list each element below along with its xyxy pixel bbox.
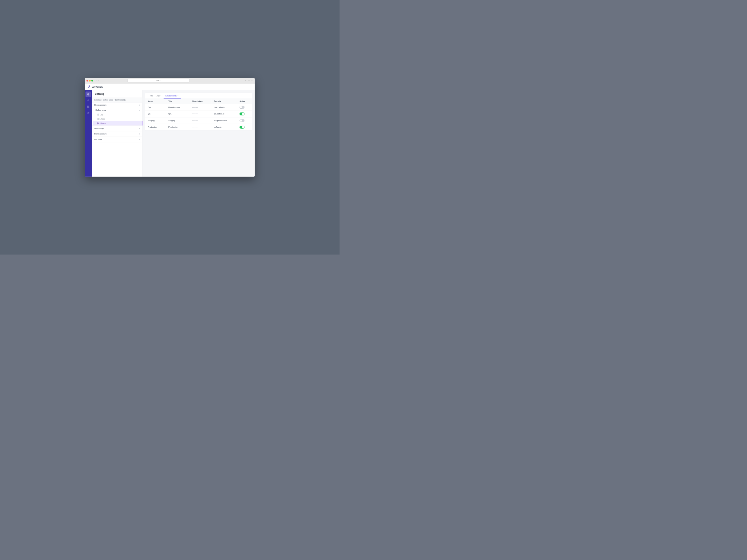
svg-rect-16 [97, 123, 98, 123]
toggle-dev[interactable] [239, 106, 244, 109]
tab-api-close[interactable]: × [160, 94, 162, 96]
sidebar-section-pet-store: Pet store ∧ [92, 137, 143, 142]
sidebar-item-api[interactable]: Api [93, 112, 143, 117]
toggle-knob [242, 113, 244, 115]
cell-domain: dev.coffee.io [212, 104, 237, 111]
cell-description: •••••• [190, 124, 212, 130]
svg-point-5 [88, 94, 89, 95]
pet-store-header[interactable]: Pet store ∧ [92, 137, 143, 142]
store-account-label: Store account [94, 133, 106, 135]
svg-rect-14 [97, 119, 98, 120]
cell-name: Dev [145, 104, 166, 111]
sidebar-section-store-account: Store account ∧ [92, 131, 143, 137]
col-description: Description [190, 98, 212, 104]
tab-api-label: Api [157, 94, 160, 97]
svg-line-2 [89, 86, 90, 88]
events-label: Events [101, 122, 106, 124]
col-name: Name [145, 98, 166, 104]
cell-active [237, 104, 252, 111]
book-shop-label: Book shop [94, 127, 104, 129]
table-row: Qa QA •••••• qa.coffee.io [145, 110, 252, 117]
minimize-button[interactable] [89, 80, 91, 82]
cell-title: Staging [166, 117, 190, 124]
reload-icon: ↻ [160, 79, 161, 82]
svg-rect-6 [87, 106, 88, 106]
toggle-production[interactable] [239, 126, 244, 128]
toggle-staging[interactable] [239, 119, 244, 122]
breadcrumb-catalog[interactable]: Catalog [94, 99, 101, 101]
cell-name: Qa [145, 110, 166, 117]
cell-name: Staging [145, 117, 166, 124]
right-content: Info Api × Enviroments × [143, 90, 255, 177]
api-label: Api [101, 113, 103, 115]
logo: APIGALE [87, 85, 103, 89]
topbar: APIGALE [85, 84, 255, 90]
logo-icon [87, 85, 91, 89]
coffee-shop-chevron: ∧ [139, 109, 140, 111]
grid-small-icon [97, 118, 99, 120]
environments-table: Name Title Description Domain Active Dev… [145, 98, 252, 130]
share-button[interactable]: □ [248, 79, 250, 82]
toggle-knob [242, 126, 244, 128]
store-account-header[interactable]: Store account ∧ [92, 131, 143, 137]
coffee-shop-subsection: Coffee shop ∧ Api [92, 108, 143, 125]
cell-domain: qa.coffee.io [212, 110, 237, 117]
breadcrumb-sep1: / [102, 99, 102, 101]
sidebar-icon-gear[interactable] [86, 110, 91, 115]
tabs: Info Api × Enviroments × [145, 93, 252, 98]
sidebar-icon-catalog[interactable] [86, 91, 91, 97]
cell-title: QA [166, 110, 190, 117]
tab-enviroments[interactable]: Enviroments × [164, 93, 181, 98]
book-shop-header[interactable]: Book shop ∧ [92, 126, 143, 131]
cell-active [237, 124, 252, 130]
shop-account-header[interactable]: Shop account ∧ [92, 102, 143, 108]
sidebar-icon-star[interactable] [86, 97, 91, 103]
cell-description: •••••• [190, 110, 212, 117]
svg-rect-18 [97, 123, 98, 123]
cell-title: Development [166, 104, 190, 111]
sidebar-item-events[interactable]: Events [93, 121, 143, 126]
tab-info[interactable]: Info [148, 93, 155, 98]
cell-description: •••••• [190, 104, 212, 111]
layout-body: Catalog Catalog / Coffee shop / Envirome… [85, 90, 255, 177]
address-bar[interactable]: Title ↻ [127, 79, 189, 82]
cell-active [237, 110, 252, 117]
svg-rect-15 [98, 119, 99, 120]
forward-button[interactable]: › [97, 79, 99, 82]
download-button[interactable]: ⬇ [244, 79, 247, 82]
pet-store-label: Pet store [94, 138, 102, 141]
maximize-button[interactable] [91, 80, 93, 82]
tab-info-label: Info [149, 94, 153, 97]
close-button[interactable] [87, 80, 88, 82]
logo-text: APIGALE [92, 86, 103, 88]
tab-api[interactable]: Api × [155, 93, 164, 98]
coffee-shop-label: Coffee shop [95, 109, 106, 111]
breadcrumb-enviroments: Enviroments [115, 99, 125, 101]
tab-enviroments-label: Enviroments [165, 94, 177, 97]
tab-enviroments-close[interactable]: × [177, 94, 179, 96]
cell-title: Production [166, 124, 190, 130]
more-button[interactable]: + [251, 79, 253, 82]
sidebar-section-book-shop: Book shop ∧ [92, 126, 143, 131]
table-row: Dev Development •••••• dev.coffee.io [145, 104, 252, 111]
shop-account-chevron: ∧ [139, 104, 140, 106]
file-icon [97, 113, 99, 115]
table-row: Staging Staging •••••• stage.coffee.io [145, 117, 252, 124]
shop-account-label: Shop account [94, 104, 106, 106]
apps-label: Apps [101, 118, 105, 120]
coffee-shop-header[interactable]: Coffee shop ∧ [93, 108, 143, 112]
browser-actions: ⬇ □ + [244, 79, 253, 82]
cell-domain: coffee.io [212, 124, 237, 130]
icon-sidebar [85, 90, 92, 177]
col-active: Active [237, 98, 252, 104]
content-card: Info Api × Enviroments × [145, 93, 252, 130]
sidebar-item-apps[interactable]: Apps [93, 117, 143, 121]
breadcrumb-coffee-shop[interactable]: Coffee shop [103, 99, 113, 101]
list-icon [97, 122, 99, 124]
toggle-knob [240, 120, 242, 122]
cell-name: Production [145, 124, 166, 130]
toggle-qa[interactable] [239, 112, 244, 115]
sidebar-icon-grid[interactable] [86, 104, 91, 109]
store-account-chevron: ∧ [139, 133, 140, 135]
back-button[interactable]: ‹ [95, 79, 97, 82]
